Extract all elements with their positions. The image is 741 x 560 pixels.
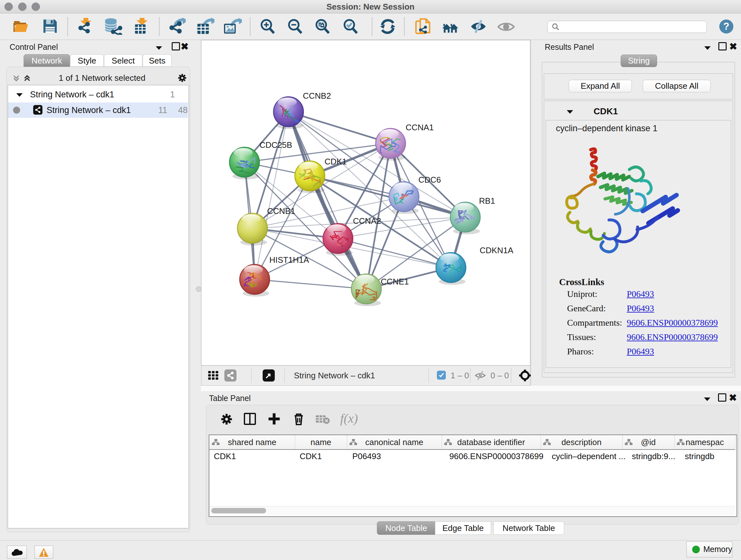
svg-text:CCNA2: CCNA2 — [353, 216, 381, 226]
svg-text:CDC25B: CDC25B — [259, 140, 292, 150]
svg-text:CDK1: CDK1 — [325, 157, 347, 166]
svg-text:CDKN1A: CDKN1A — [480, 246, 514, 255]
svg-text:CCNB2: CCNB2 — [303, 91, 331, 101]
svg-text:CCNA1: CCNA1 — [406, 123, 434, 132]
svg-text:RB1: RB1 — [479, 196, 495, 206]
svg-text:CDC6: CDC6 — [418, 175, 441, 185]
svg-text:HIST1H1A: HIST1H1A — [269, 255, 309, 265]
svg-text:CCNE1: CCNE1 — [381, 277, 409, 287]
svg-text:CCNB1: CCNB1 — [267, 206, 295, 216]
